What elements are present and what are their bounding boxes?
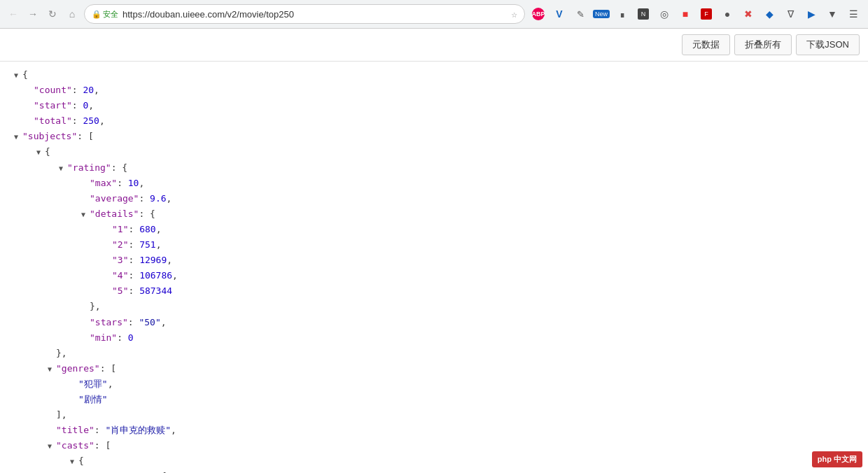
json-viewer: ▼ { "count" : 20 , "start" : 0 , "total"… [0, 62, 868, 473]
detail1-line: "1" : 680 , [11, 222, 857, 237]
download-button[interactable]: 下载JSON [796, 34, 860, 55]
ext-icon-1[interactable]: V [550, 5, 568, 23]
casts-line: ▼ "casts" : [ [11, 438, 857, 453]
php-logo-text: php 中文网 [818, 454, 857, 465]
ext-icon-5[interactable]: ■ [676, 5, 694, 23]
total-line: "total" : 250 , [11, 113, 857, 129]
detail5-line: "5" : 587344 [11, 283, 857, 299]
forward-button[interactable]: → [25, 6, 41, 22]
count-line: "count" : 20 , [11, 83, 857, 98]
home-button[interactable]: ⌂ [64, 6, 80, 22]
title-line: "title" : "肖申克的救赎" , [11, 423, 857, 438]
subject0-toggle[interactable]: ▼ [34, 148, 43, 157]
average-line: "average" : 9.6 , [11, 191, 857, 206]
reload-button[interactable]: ↻ [45, 6, 60, 22]
detail3-line: "3" : 12969 , [11, 253, 857, 268]
fold-button[interactable]: 折叠所有 [734, 34, 792, 55]
casts-toggle[interactable]: ▼ [45, 442, 55, 451]
ext-icon-11[interactable]: ▶ [802, 5, 820, 23]
ext-icon-new[interactable]: New [592, 5, 610, 23]
min-line: "min" : 0 [11, 330, 857, 346]
details-line: ▼ "details" : { [11, 206, 857, 222]
browser-toolbar: ← → ↻ ⌂ 🔒 安全 https://douban.uieee.com/v2… [0, 0, 868, 28]
cast0-toggle[interactable]: ▼ [67, 457, 77, 467]
genre2-line: "剧情" [11, 392, 857, 407]
cast0-line: ▼ { [11, 453, 857, 469]
details-toggle[interactable]: ▼ [78, 209, 88, 219]
url-text: https://douban.uieee.com/v2/movie/top250 [122, 9, 507, 20]
genres-close-line: ], [11, 407, 857, 423]
ext-icon-2[interactable]: ✎ [571, 5, 589, 23]
ext-icon-13[interactable]: ☰ [844, 5, 862, 23]
avatars-line: ▼ "avatars" : { [11, 469, 857, 473]
genre1-line: "犯罪" , [11, 376, 857, 392]
rating-close-line: }, [11, 346, 857, 361]
bookmark-icon[interactable]: ☆ [512, 8, 517, 20]
rating-toggle[interactable]: ▼ [56, 163, 66, 173]
root-toggle[interactable]: ▼ [11, 71, 21, 80]
details-close-line: }, [11, 299, 857, 314]
ext-icon-8[interactable]: ✖ [739, 5, 757, 23]
ext-icon-6[interactable]: F [697, 5, 715, 23]
subjects-line: ▼ "subjects" : [ [11, 129, 857, 144]
php-logo[interactable]: php 中文网 [812, 451, 862, 467]
ext-icon-7[interactable]: ● [718, 5, 736, 23]
ext-icon-9[interactable]: ◆ [760, 5, 778, 23]
start-line: "start" : 0 , [11, 98, 857, 113]
ext-icon-3[interactable]: ∎ [613, 5, 631, 23]
action-bar: 元数据 折叠所有 下载JSON [0, 29, 868, 62]
toolbar-icons: ABP V ✎ New ∎ N ◎ ■ F [529, 5, 862, 23]
genres-toggle[interactable]: ▼ [45, 364, 55, 374]
address-bar[interactable]: 🔒 安全 https://douban.uieee.com/v2/movie/t… [84, 4, 525, 24]
max-line: "max" : 10 , [11, 176, 857, 191]
subjects-toggle[interactable]: ▼ [11, 132, 21, 142]
genres-line: ▼ "genres" : [ [11, 361, 857, 376]
browser-chrome: ← → ↻ ⌂ 🔒 安全 https://douban.uieee.com/v2… [0, 0, 868, 29]
ext-icon-12[interactable]: ▼ [823, 5, 841, 23]
detail2-line: "2" : 751 , [11, 237, 857, 253]
meta-button[interactable]: 元数据 [682, 34, 730, 55]
ext-icon-chrome[interactable]: ◎ [655, 5, 673, 23]
adblock-icon[interactable]: ABP [529, 5, 547, 23]
subject0-line: ▼ { [11, 144, 857, 160]
back-button[interactable]: ← [6, 6, 21, 22]
detail4-line: "4" : 106786 , [11, 268, 857, 283]
ext-icon-4[interactable]: N [634, 5, 652, 23]
security-text: 安全 [103, 9, 118, 20]
stars-line: "stars" : "50" , [11, 315, 857, 330]
rating-line: ▼ "rating" : { [11, 160, 857, 176]
root-line: ▼ { [11, 67, 857, 83]
security-icon: 🔒 安全 [92, 9, 118, 20]
ext-icon-10[interactable]: ∇ [781, 5, 799, 23]
